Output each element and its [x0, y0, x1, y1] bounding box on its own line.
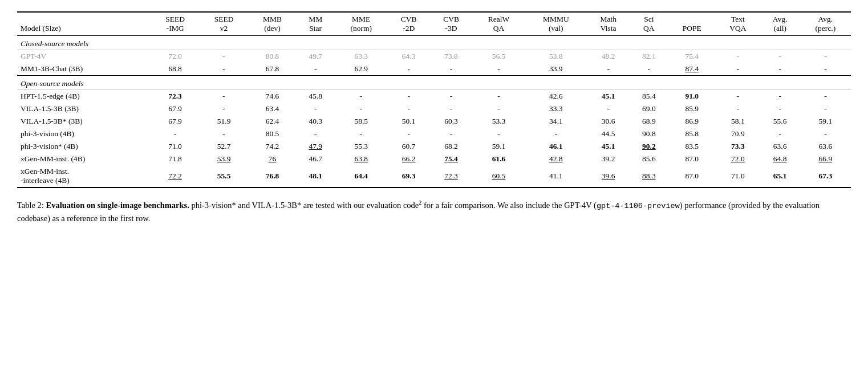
- data-cell: -: [335, 103, 388, 115]
- col-header-sci-qa: SciQA: [630, 12, 668, 36]
- col-header-cvb-3d: CVB-3D: [430, 12, 472, 36]
- data-cell: 71.8: [151, 153, 200, 165]
- data-cell: -: [800, 63, 851, 76]
- data-cell: 63.6: [760, 140, 800, 153]
- data-cell: -: [760, 128, 800, 140]
- data-cell: -: [388, 128, 430, 140]
- data-cell: 55.3: [335, 140, 388, 153]
- data-cell: -: [297, 128, 335, 140]
- data-cell: 59.1: [472, 140, 525, 153]
- data-cell: 72.0: [716, 153, 760, 165]
- data-cell: -: [335, 128, 388, 140]
- data-cell: 39.2: [587, 153, 630, 165]
- data-cell: 67.3: [800, 165, 851, 187]
- data-cell: -: [200, 103, 249, 115]
- data-cell: 71.0: [716, 165, 760, 187]
- data-cell: 85.4: [630, 90, 668, 103]
- data-cell: 85.9: [668, 103, 716, 115]
- data-cell: 75.4: [668, 50, 716, 63]
- data-cell: -: [760, 103, 800, 115]
- caption-text1: phi-3-vision* and VILA-1.5-3B* are teste…: [192, 201, 419, 210]
- data-cell: 87.0: [668, 153, 716, 165]
- data-cell: 53.9: [200, 153, 249, 165]
- data-cell: 70.9: [716, 128, 760, 140]
- model-name-cell: xGen-MM-inst.-interleave (4B): [17, 165, 151, 187]
- col-header-avg-all: Avg.(all): [760, 12, 800, 36]
- data-cell: 39.6: [587, 165, 630, 187]
- col-header-mm-star: MMStar: [297, 12, 335, 36]
- data-cell: 55.5: [200, 165, 249, 187]
- data-cell: 67.9: [151, 103, 200, 115]
- data-cell: 63.6: [800, 140, 851, 153]
- data-cell: 56.5: [472, 50, 525, 63]
- col-header-mmmu-val: MMMU(val): [525, 12, 587, 36]
- data-cell: 62.9: [335, 63, 388, 76]
- data-cell: 48.1: [297, 165, 335, 187]
- col-header-text-vqa: TextVQA: [716, 12, 760, 36]
- data-cell: 72.3: [430, 165, 472, 187]
- table-row: VILA-1.5-3B (3B)67.9-63.4-----33.3-69.08…: [17, 103, 851, 115]
- data-cell: 72.3: [151, 90, 200, 103]
- data-cell: 65.1: [760, 165, 800, 187]
- data-cell: -: [587, 63, 630, 76]
- data-cell: 72.2: [151, 165, 200, 187]
- data-cell: 64.3: [388, 50, 430, 63]
- data-cell: 80.5: [248, 128, 296, 140]
- data-cell: 61.6: [472, 153, 525, 165]
- data-cell: 46.7: [297, 153, 335, 165]
- data-cell: 60.7: [388, 140, 430, 153]
- data-cell: -: [200, 63, 249, 76]
- data-cell: 40.3: [297, 115, 335, 128]
- data-cell: 90.8: [630, 128, 668, 140]
- data-cell: 30.6: [587, 115, 630, 128]
- col-header-mmb-dev: MMB(dev): [248, 12, 296, 36]
- data-cell: -: [716, 50, 760, 63]
- data-cell: -: [430, 128, 472, 140]
- data-cell: 66.2: [388, 153, 430, 165]
- data-cell: 63.3: [335, 50, 388, 63]
- data-cell: 72.0: [151, 50, 200, 63]
- caption-monospace: gpt-4-1106-preview: [597, 202, 680, 210]
- table-row: MM1-3B-Chat (3B)68.8-67.8-62.9---33.9--8…: [17, 63, 851, 76]
- data-cell: -: [430, 63, 472, 76]
- data-cell: -: [716, 63, 760, 76]
- data-cell: -: [200, 128, 249, 140]
- data-cell: -: [200, 50, 249, 63]
- data-cell: 88.3: [630, 165, 668, 187]
- table-caption: Table 2: Evaluation on single-image benc…: [17, 198, 850, 226]
- data-cell: 68.9: [630, 115, 668, 128]
- data-cell: -: [388, 103, 430, 115]
- table-row: HPT-1.5-edge (4B)72.3-74.645.8----42.645…: [17, 90, 851, 103]
- model-name-cell: VILA-1.5-3B (3B): [17, 103, 151, 115]
- model-name-cell: phi-3-vision (4B): [17, 128, 151, 140]
- col-header-pope: POPE: [668, 12, 716, 36]
- table-row: VILA-1.5-3B* (3B)67.951.962.440.358.550.…: [17, 115, 851, 128]
- data-cell: -: [716, 90, 760, 103]
- caption-table-num: Table 2:: [17, 201, 44, 210]
- data-cell: 51.9: [200, 115, 249, 128]
- col-header-mme-norm: MME(norm): [335, 12, 388, 36]
- data-cell: 50.1: [388, 115, 430, 128]
- table-row: phi-3-vision* (4B)71.052.774.247.955.360…: [17, 140, 851, 153]
- data-cell: 69.3: [388, 165, 430, 187]
- data-cell: 41.1: [525, 165, 587, 187]
- data-cell: -: [800, 50, 851, 63]
- data-cell: 60.5: [472, 165, 525, 187]
- col-header-seed-img: SEED-IMG: [151, 12, 200, 36]
- col-header-seed-v2: SEEDv2: [200, 12, 249, 36]
- table-row: xGen-MM-inst. (4B)71.853.97646.763.866.2…: [17, 153, 851, 165]
- data-cell: 33.3: [525, 103, 587, 115]
- data-cell: 34.1: [525, 115, 587, 128]
- data-cell: 59.1: [800, 115, 851, 128]
- data-cell: 64.8: [760, 153, 800, 165]
- data-cell: -: [630, 63, 668, 76]
- data-cell: 71.0: [151, 140, 200, 153]
- col-header-math-vista: MathVista: [587, 12, 630, 36]
- section-header-0: Closed-source models: [17, 36, 851, 50]
- data-cell: 85.6: [630, 153, 668, 165]
- caption-bold-label: Evaluation on single-image benchmarks.: [46, 201, 189, 210]
- data-cell: -: [430, 103, 472, 115]
- data-cell: 33.9: [525, 63, 587, 76]
- data-cell: 76.8: [248, 165, 296, 187]
- data-cell: 67.8: [248, 63, 296, 76]
